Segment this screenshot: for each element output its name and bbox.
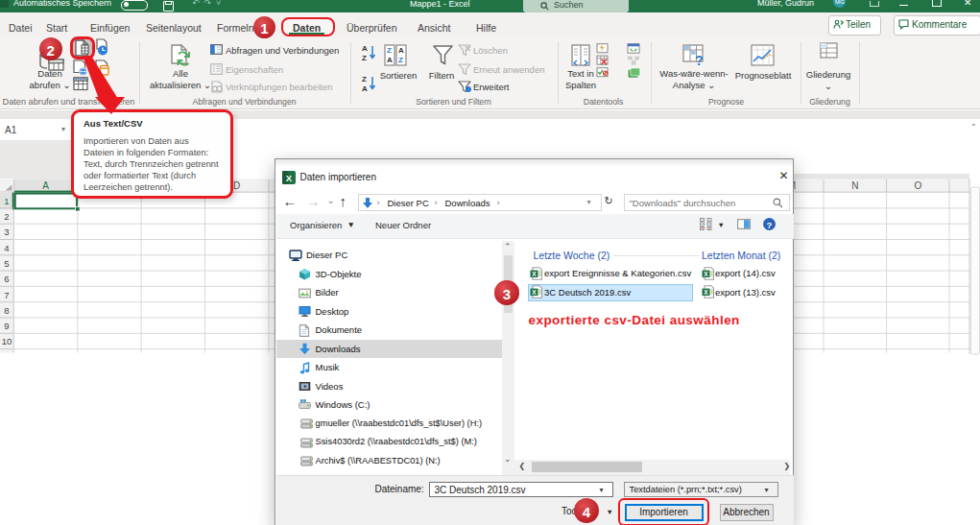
svg-text:A: A	[362, 44, 368, 53]
svg-text:7: 7	[4, 290, 9, 300]
svg-text:D: D	[233, 180, 240, 191]
svg-text:8: 8	[4, 305, 9, 316]
svg-text:Z: Z	[362, 54, 367, 62]
svg-text:9: 9	[4, 321, 9, 331]
svg-text:X: X	[532, 271, 537, 277]
svg-text:3: 3	[4, 227, 9, 237]
svg-text:6: 6	[4, 274, 9, 284]
svg-text:5: 5	[4, 258, 9, 269]
svg-text:X: X	[704, 289, 708, 296]
svg-text:10: 10	[2, 336, 12, 346]
svg-text:Z: Z	[387, 46, 392, 55]
svg-text:A: A	[398, 46, 404, 55]
svg-text:X: X	[704, 271, 708, 277]
svg-text:A: A	[362, 84, 368, 93]
svg-text:X: X	[285, 172, 292, 182]
svg-text:Z: Z	[398, 56, 403, 64]
svg-text:4: 4	[4, 243, 9, 253]
svg-text:?: ?	[695, 53, 704, 67]
svg-text:Z: Z	[362, 75, 367, 84]
svg-text:O: O	[915, 180, 922, 191]
svg-text:N: N	[851, 180, 858, 191]
svg-text:A: A	[387, 56, 393, 64]
svg-text:1: 1	[4, 196, 9, 206]
svg-text:2: 2	[4, 211, 9, 222]
svg-text:X: X	[532, 289, 537, 296]
svg-text:A: A	[42, 180, 49, 191]
